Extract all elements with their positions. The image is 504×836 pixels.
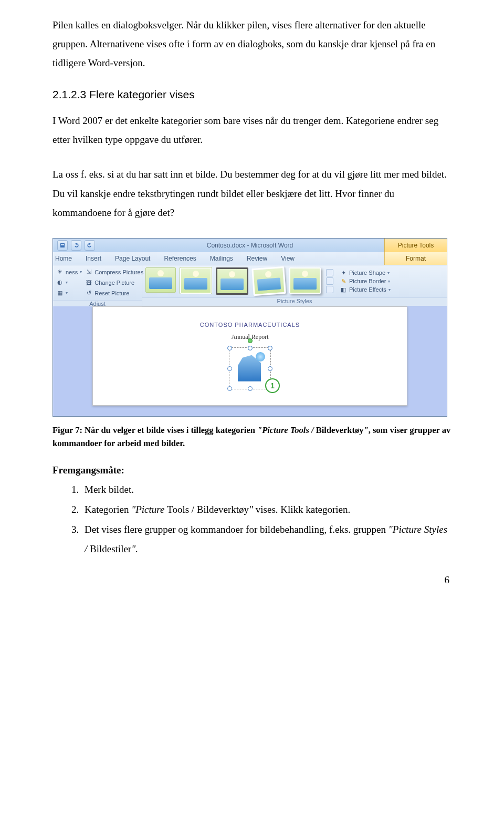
title-bar: Contoso.docx - Microsoft Word Picture To… — [53, 239, 447, 252]
style-thumb[interactable] — [216, 267, 248, 295]
window-title: Contoso.docx - Microsoft Word — [207, 242, 293, 249]
resize-handle[interactable] — [248, 386, 253, 391]
redo-icon[interactable] — [85, 240, 95, 251]
step2-it: "Picture — [131, 504, 167, 515]
step2-b: Tools / Bildeverktøy — [167, 504, 249, 515]
picture-shape-label: Picture Shape — [349, 270, 385, 276]
steps-list: Merk bildet. Kategorien "Picture Tools /… — [52, 480, 452, 558]
figcap-it2: " — [363, 425, 368, 435]
section-heading: 2.1.2.3 Flere kategorier vises — [52, 88, 452, 101]
resize-handle[interactable] — [268, 366, 272, 371]
compress-label: Compress Pictures — [94, 269, 143, 275]
ribbon-tabs: Home Insert Page Layout References Maili… — [53, 252, 447, 265]
selected-image[interactable] — [229, 347, 271, 389]
tab-review[interactable]: Review — [247, 255, 267, 262]
picture-shape-icon: ✦ — [340, 269, 347, 276]
step3-a: Det vises flere grupper og kommandoer fo… — [85, 524, 388, 535]
word-screenshot: 2 Contoso.docx - Microsoft Word Picture … — [52, 238, 447, 417]
tab-format[interactable]: Format — [384, 252, 447, 265]
resize-handle[interactable] — [268, 346, 272, 350]
gallery-down-icon — [326, 277, 333, 285]
compress-icon: ⇲ — [85, 269, 92, 276]
group-picture-styles: ✦ Picture Shape▾ ✎ Picture Border▾ ◧ Pic… — [142, 265, 447, 306]
style-thumb[interactable] — [180, 267, 212, 294]
picture-border-label: Picture Border — [349, 278, 386, 284]
change-picture-label: Change Picture — [94, 280, 134, 286]
change-picture-button[interactable]: 🖼 Change Picture — [85, 278, 143, 287]
page-number: 6 — [52, 574, 452, 586]
step2-a: Kategorien — [85, 504, 131, 515]
document-canvas[interactable]: CONTOSO PHARMACEUTICALS Annual Report — [92, 306, 407, 406]
picture-border-icon: ✎ — [340, 277, 347, 285]
group-adjust: ☀ ness▾ ◐▾ ▦▾ ⇲ Compress Pictu — [53, 265, 142, 306]
resize-handle[interactable] — [227, 346, 232, 350]
tab-insert[interactable]: Insert — [86, 255, 101, 262]
rotate-handle[interactable] — [248, 338, 253, 343]
step3-b: Bildestiler — [90, 543, 131, 554]
step2-c: vises. Klikk kategorien. — [253, 504, 350, 515]
doc-heading: CONTOSO PHARMACEUTICALS — [114, 322, 386, 328]
change-picture-icon: 🖼 — [85, 279, 92, 286]
resize-handle[interactable] — [248, 346, 253, 350]
callout-badge-1: 1 — [265, 378, 280, 393]
step-2: Kategorien "Picture Tools / Bildeverktøy… — [81, 500, 452, 519]
step-1: Merk bildet. — [81, 480, 452, 499]
step2-it2: " — [249, 504, 253, 515]
figure-caption: Figur 7: Når du velger et bilde vises i … — [52, 424, 452, 450]
gallery-expand-icon — [326, 286, 333, 293]
contrast-button[interactable]: ◐▾ — [56, 278, 82, 287]
save-icon[interactable] — [57, 240, 68, 251]
brightness-button[interactable]: ☀ ness▾ — [56, 267, 82, 277]
tab-mailings[interactable]: Mailings — [210, 255, 233, 262]
style-thumb[interactable] — [251, 266, 286, 296]
picture-border-button[interactable]: ✎ Picture Border▾ — [340, 277, 391, 285]
picture-effects-icon: ◧ — [340, 286, 347, 293]
picture-effects-label: Picture Effects — [349, 286, 386, 293]
paragraph-2: I Word 2007 er det enkelte kategorier so… — [52, 111, 452, 149]
step-3: Det vises flere grupper og kommandoer fo… — [81, 520, 452, 558]
paragraph-3: La oss f. eks. si at du har satt inn et … — [52, 165, 452, 222]
style-thumb[interactable] — [145, 267, 176, 293]
gallery-up-icon — [326, 269, 333, 276]
tab-home[interactable]: Home — [55, 255, 72, 262]
quick-access-toolbar — [53, 240, 95, 251]
picture-shape-button[interactable]: ✦ Picture Shape▾ — [340, 269, 391, 276]
undo-icon[interactable] — [71, 240, 81, 251]
steps-heading: Fremgangsmåte: — [52, 465, 452, 476]
compress-pictures-button[interactable]: ⇲ Compress Pictures — [85, 267, 143, 277]
picture-tools-contextual-tab[interactable]: Picture Tools — [384, 239, 447, 252]
picture-styles-gallery[interactable] — [145, 267, 321, 295]
brightness-icon: ☀ — [56, 269, 64, 276]
paragraph-1: Pilen kalles en dialogboksvelger. Når du… — [52, 16, 452, 73]
group-label-picture-styles: Picture Styles — [142, 297, 447, 306]
tab-view[interactable]: View — [281, 255, 295, 262]
globe-icon — [256, 352, 265, 362]
figcap-plain1: Bildeverktøy — [316, 425, 364, 435]
reset-picture-icon: ↺ — [85, 290, 92, 297]
contrast-icon: ◐ — [56, 279, 64, 286]
gallery-more-button[interactable] — [326, 269, 333, 293]
resize-handle[interactable] — [227, 386, 232, 391]
document-area: CONTOSO PHARMACEUTICALS Annual Report — [53, 306, 447, 416]
recolor-button[interactable]: ▦▾ — [56, 288, 82, 298]
step3-it2: ". — [131, 543, 138, 554]
brightness-label: ness — [66, 269, 78, 275]
reset-picture-label: Reset Picture — [94, 290, 129, 296]
recolor-icon: ▦ — [56, 290, 64, 297]
svg-rect-1 — [61, 244, 64, 245]
figcap-lead: Figur 7: Når du velger et bilde vises i … — [52, 425, 257, 435]
tab-references[interactable]: References — [164, 255, 196, 262]
ribbon: ☀ ness▾ ◐▾ ▦▾ ⇲ Compress Pictu — [53, 265, 447, 306]
style-thumb[interactable] — [289, 267, 321, 294]
document-page: Pilen kalles en dialogboksvelger. Når du… — [0, 0, 504, 607]
figcap-it1: "Picture Tools / — [257, 425, 316, 435]
resize-handle[interactable] — [227, 366, 232, 371]
tab-page-layout[interactable]: Page Layout — [115, 255, 150, 262]
picture-effects-button[interactable]: ◧ Picture Effects▾ — [340, 286, 391, 293]
reset-picture-button[interactable]: ↺ Reset Picture — [85, 288, 143, 298]
